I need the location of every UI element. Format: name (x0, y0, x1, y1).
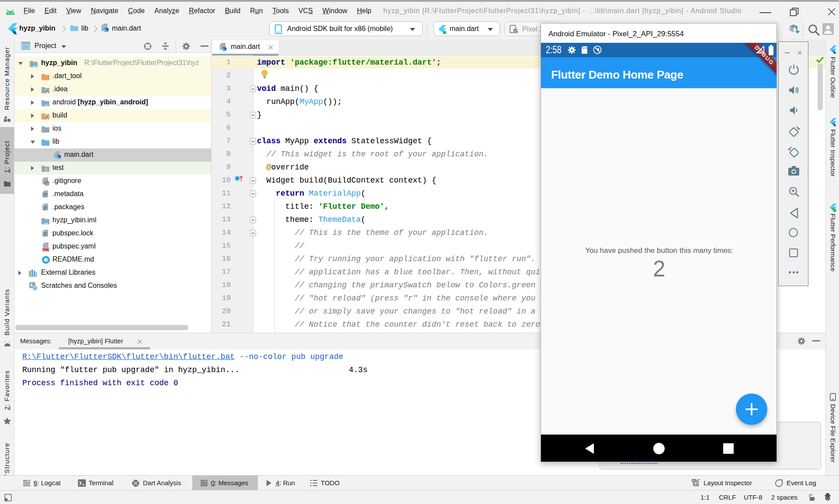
svg-text:YML: YML (42, 248, 49, 252)
